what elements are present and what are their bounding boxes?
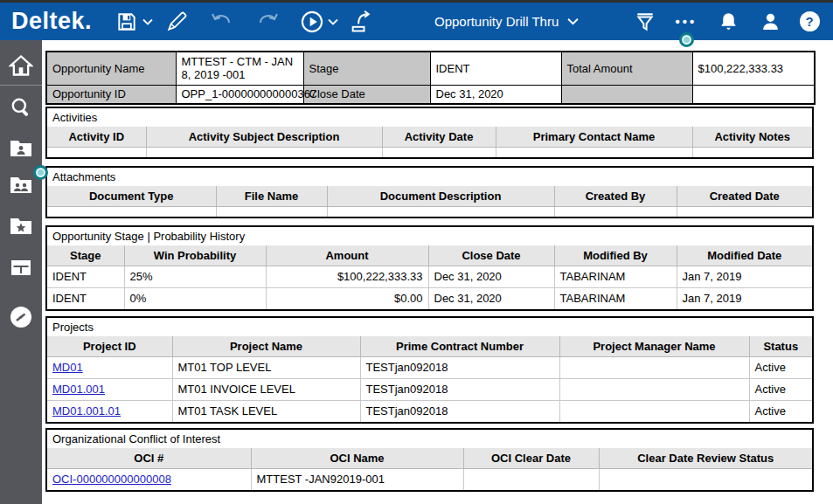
cell-oci-name: MTTEST -JAN92019-001 xyxy=(251,468,463,490)
column-header[interactable]: Clear Date Review Status xyxy=(599,448,812,468)
search-icon xyxy=(10,96,32,119)
table-row: OCI-000000000000008 MTTEST -JAN92019-001 xyxy=(47,468,812,490)
left-sidebar xyxy=(0,40,42,504)
opportunity-name-label: Opportunity Name xyxy=(46,52,176,85)
column-header[interactable]: Activity ID xyxy=(47,127,146,147)
column-header[interactable]: Project Manager Name xyxy=(559,336,749,356)
total-amount-value: $100,222,333.33 xyxy=(692,52,815,85)
cell-modified-date: Jan 7, 2019 xyxy=(677,287,812,309)
save-button[interactable] xyxy=(112,3,142,40)
sidebar-item-favorites-folder[interactable] xyxy=(0,216,42,235)
table-row: IDENT 0% $0.00 Dec 31, 2020 TABARINAM Ja… xyxy=(47,287,812,309)
folder-person-icon xyxy=(10,138,32,157)
sidebar-item-organizer-folder[interactable] xyxy=(0,258,42,277)
oci-title: Organizational Conflict of Interest xyxy=(47,430,812,448)
column-header[interactable]: Win Probability xyxy=(124,245,266,266)
click-indicator-dot xyxy=(33,165,48,180)
column-header[interactable]: File Name xyxy=(216,186,327,206)
save-menu-chevron[interactable] xyxy=(140,3,156,40)
column-header[interactable]: Activity Subject Description xyxy=(146,127,382,147)
opportunity-name-value: MTTEST - CTM - JAN 8, 2019 -001 xyxy=(176,52,303,85)
undo-button[interactable] xyxy=(207,3,237,40)
cell-project-manager xyxy=(559,356,749,378)
column-header[interactable]: Project Name xyxy=(172,336,360,356)
table-row: MD01.001.01 MT01 TASK LEVEL TESTjan09201… xyxy=(47,400,812,422)
run-menu-chevron[interactable] xyxy=(325,3,341,40)
attachments-section: Attachments Document Type File Name Docu… xyxy=(45,166,814,218)
column-header[interactable]: OCI # xyxy=(47,448,251,468)
bell-icon xyxy=(718,10,739,32)
pencil-icon xyxy=(165,10,188,33)
run-process-button[interactable] xyxy=(297,3,327,40)
chevron-down-icon xyxy=(567,17,579,25)
column-header[interactable]: OCI Clear Date xyxy=(463,448,599,468)
folder-grid-icon xyxy=(10,258,32,277)
stage-history-section: Opportunity Stage | Probability History … xyxy=(45,225,814,311)
notifications-button[interactable] xyxy=(714,3,742,40)
sidebar-item-home[interactable] xyxy=(0,54,42,77)
cell-prime-contract: TESTjan092018 xyxy=(360,400,559,422)
cell-amount: $100,222,333.33 xyxy=(266,266,428,287)
projects-section: Projects Project ID Project Name Prime C… xyxy=(45,316,814,424)
activities-table: Activity ID Activity Subject Description… xyxy=(47,127,812,157)
opportunity-id-label: Opportunity ID xyxy=(46,85,176,104)
cell-amount: $0.00 xyxy=(266,287,428,309)
cell-prime-contract: TESTjan092018 xyxy=(360,378,559,400)
column-header[interactable]: Stage xyxy=(47,245,124,266)
table-row xyxy=(47,147,812,157)
column-header[interactable]: Amount xyxy=(266,245,428,266)
cell-stage: IDENT xyxy=(47,266,124,287)
column-header[interactable]: Document Description xyxy=(327,186,554,206)
column-header[interactable]: Created By xyxy=(554,186,677,206)
oci-number-link[interactable]: OCI-000000000000008 xyxy=(52,473,171,486)
redo-icon xyxy=(255,10,280,33)
edit-button[interactable] xyxy=(162,3,191,40)
project-id-link[interactable]: MD01 xyxy=(52,361,83,374)
stage-label: Stage xyxy=(303,52,430,85)
stage-history-table: Stage Win Probability Amount Close Date … xyxy=(47,245,812,309)
cell-clear-date-review-status xyxy=(599,468,812,490)
cell-status: Active xyxy=(749,356,812,378)
redo-button[interactable] xyxy=(253,3,282,40)
attachments-title: Attachments xyxy=(47,168,812,186)
cell-modified-date: Jan 7, 2019 xyxy=(677,266,812,287)
opportunity-id-value: OPP_1-000000000000367 xyxy=(182,87,317,100)
filter-button[interactable] xyxy=(631,3,659,40)
app-title-menu[interactable]: Opportunity Drill Thru xyxy=(434,3,579,40)
table-row xyxy=(47,206,812,217)
column-header[interactable]: Document Type xyxy=(47,186,216,206)
project-id-link[interactable]: MD01.001 xyxy=(52,383,105,396)
column-header[interactable]: Close Date xyxy=(428,245,554,266)
table-row: IDENT 25% $100,222,333.33 Dec 31, 2020 T… xyxy=(47,266,812,287)
sidebar-item-contact-folder[interactable] xyxy=(0,138,42,157)
column-header[interactable]: Activity Date xyxy=(382,127,496,147)
column-header[interactable]: Modified Date xyxy=(677,245,812,266)
column-header[interactable]: Project ID xyxy=(47,336,172,356)
cell-close-date: Dec 31, 2020 xyxy=(428,266,554,287)
save-icon xyxy=(115,10,138,33)
opportunity-header-table: Opportunity Name MTTEST - CTM - JAN 8, 2… xyxy=(45,51,816,105)
cell-project-name: MT01 TASK LEVEL xyxy=(172,400,360,422)
sidebar-item-search[interactable] xyxy=(0,96,42,119)
sidebar-item-history[interactable] xyxy=(0,305,42,329)
column-header[interactable]: Modified By xyxy=(554,245,677,266)
column-header[interactable]: Primary Contact Name xyxy=(496,127,692,147)
user-profile-button[interactable] xyxy=(756,3,784,40)
column-header[interactable]: Status xyxy=(749,336,812,356)
help-button[interactable]: ? xyxy=(795,3,823,40)
activities-section: Activities Activity ID Activity Subject … xyxy=(45,107,814,159)
submit-button[interactable] xyxy=(345,3,377,40)
user-icon xyxy=(760,10,781,32)
column-header[interactable]: Activity Notes xyxy=(692,127,812,147)
deltek-logo: Deltek. xyxy=(11,8,92,35)
column-header[interactable]: Created Date xyxy=(677,186,812,206)
activities-title: Activities xyxy=(47,108,812,127)
column-header[interactable]: OCI Name xyxy=(251,448,463,468)
cell-oci-clear-date xyxy=(463,468,599,490)
chevron-down-icon xyxy=(328,18,338,25)
clock-icon xyxy=(9,305,33,329)
play-circle-icon xyxy=(300,10,324,34)
folder-people-icon xyxy=(10,175,32,194)
project-id-link[interactable]: MD01.001.01 xyxy=(52,404,121,418)
column-header[interactable]: Prime Contract Number xyxy=(360,336,559,356)
